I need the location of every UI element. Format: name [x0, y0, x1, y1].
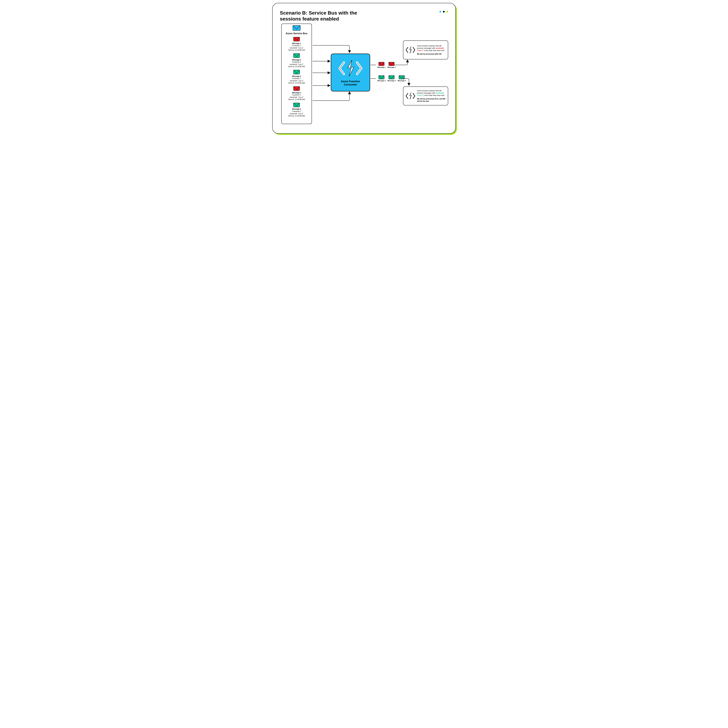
function-icon: [405, 46, 416, 54]
diagram-frame: Scenario B: Service Bus with the session…: [272, 3, 456, 134]
envelope-icon: [379, 75, 384, 79]
session-cus1-messages: Message 1 Message 4: [378, 62, 396, 68]
dot-black: [443, 11, 445, 12]
consumer-label: Azure Function Consumer: [341, 80, 360, 86]
mini-message-4: Message 4: [388, 62, 396, 68]
envelope-icon: [294, 37, 300, 41]
envelope-icon: [293, 25, 301, 31]
envelope-icon: [388, 62, 395, 66]
instance-cus1: Azure function instance that will proces…: [403, 40, 448, 60]
diagram-canvas: Scenario B: Service Bus with the session…: [272, 3, 456, 134]
function-icon: [405, 92, 416, 100]
envelope-icon: [388, 75, 395, 79]
envelope-icon: [399, 75, 405, 79]
mini-message-3: Message 3: [388, 75, 396, 81]
message-5: Message 5 Customer 2 sessionid: "cus-2" …: [283, 103, 311, 117]
mini-message-5: Message 5: [398, 75, 406, 81]
envelope-icon: [379, 62, 384, 66]
envelope-icon: [294, 54, 300, 58]
message-2: Message 2 Customer 2 sessionid: "cus-2" …: [283, 54, 311, 68]
dot-green: [447, 11, 448, 12]
instance-cus2: Azure function instance that will proces…: [403, 87, 448, 106]
dot-blue: [439, 11, 441, 12]
session-cus2-messages: Message 2 Message 3 Message 5: [378, 75, 406, 81]
diagram-title: Scenario B: Service Bus with the session…: [280, 10, 373, 22]
envelope-icon: [294, 86, 300, 91]
window-dots: [439, 11, 448, 12]
message-4: Message 4 Customer 1 sessionid: "cus-1" …: [283, 86, 311, 101]
mini-message-2: Message 2: [378, 75, 385, 81]
instance-cus2-text: Azure function instance that will proces…: [417, 90, 446, 102]
function-icon: [337, 59, 364, 78]
mini-message-1: Message 1: [378, 62, 385, 68]
message-3: Message 3 Customer 1 sessionid: "cus-2" …: [283, 70, 311, 84]
instance-cus1-text: Azure function instance that will proces…: [417, 45, 446, 55]
envelope-icon: [294, 70, 300, 74]
service-bus-box: Azure Service Bus Message 1 Customer 1 s…: [281, 24, 312, 124]
envelope-icon: [294, 103, 300, 107]
message-1: Message 1 Customer 1 sessionid: "cus-1" …: [283, 37, 311, 51]
azure-function-consumer: Azure Function Consumer: [331, 54, 370, 92]
